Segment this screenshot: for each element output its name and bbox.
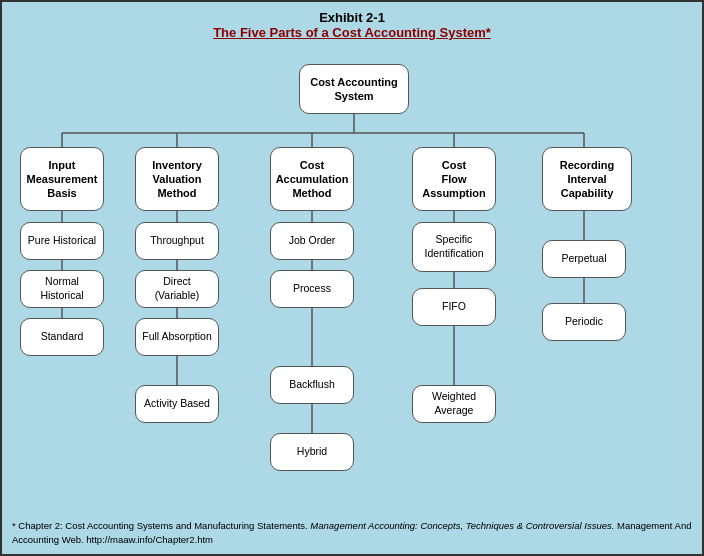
footer: * Chapter 2: Cost Accounting Systems and… — [12, 519, 692, 546]
col1-child2: Normal Historical — [20, 270, 104, 308]
col1-child2-label: Normal Historical — [27, 275, 97, 302]
root-box: Cost Accounting System — [299, 64, 409, 114]
col2-child3: Full Absorption — [135, 318, 219, 356]
col5-child2-label: Periodic — [565, 315, 603, 329]
col1-child3: Standard — [20, 318, 104, 356]
col1-child1-label: Pure Historical — [28, 234, 96, 248]
col2-header: Inventory Valuation Method — [135, 147, 219, 211]
col3-child2-label: Process — [293, 282, 331, 296]
col2-child2: Direct (Variable) — [135, 270, 219, 308]
col5-child2: Periodic — [542, 303, 626, 341]
col4-child1: Specific Identification — [412, 222, 496, 272]
col1-child1: Pure Historical — [20, 222, 104, 260]
col2-child4: Activity Based — [135, 385, 219, 423]
col3-child2: Process — [270, 270, 354, 308]
col3-child4-label: Hybrid — [297, 445, 327, 459]
exhibit-title: Exhibit 2-1 — [10, 10, 694, 25]
col1-header: Input Measurement Basis — [20, 147, 104, 211]
footer-text: * Chapter 2: Cost Accounting Systems and… — [12, 520, 691, 544]
title-area: Exhibit 2-1 The Five Parts of a Cost Acc… — [10, 10, 694, 40]
col1-child3-label: Standard — [41, 330, 84, 344]
col2-child1-label: Throughput — [150, 234, 204, 248]
page: Exhibit 2-1 The Five Parts of a Cost Acc… — [0, 0, 704, 556]
col4-child2: FIFO — [412, 288, 496, 326]
col5-header-label: Recording Interval Capability — [560, 158, 614, 201]
col2-child3-label: Full Absorption — [142, 330, 211, 344]
col5-child1-label: Perpetual — [562, 252, 607, 266]
col5-header: Recording Interval Capability — [542, 147, 632, 211]
col2-header-label: Inventory Valuation Method — [152, 158, 202, 201]
col3-child4: Hybrid — [270, 433, 354, 471]
root-label: Cost Accounting System — [306, 75, 402, 104]
col1-header-label: Input Measurement Basis — [27, 158, 98, 201]
col3-child1: Job Order — [270, 222, 354, 260]
col4-child1-label: Specific Identification — [419, 233, 489, 260]
col4-child2-label: FIFO — [442, 300, 466, 314]
col4-child3-label: Weighted Average — [419, 390, 489, 417]
col4-header-label: Cost Flow Assumption — [422, 158, 486, 201]
col3-child3-label: Backflush — [289, 378, 335, 392]
col3-child1-label: Job Order — [289, 234, 336, 248]
col4-child3: Weighted Average — [412, 385, 496, 423]
col4-header: Cost Flow Assumption — [412, 147, 496, 211]
col2-child4-label: Activity Based — [144, 397, 210, 411]
col3-header: Cost Accumulation Method — [270, 147, 354, 211]
col2-child1: Throughput — [135, 222, 219, 260]
col3-header-label: Cost Accumulation Method — [276, 158, 349, 201]
col3-child3: Backflush — [270, 366, 354, 404]
col5-child1: Perpetual — [542, 240, 626, 278]
col2-child2-label: Direct (Variable) — [142, 275, 212, 302]
exhibit-subtitle: The Five Parts of a Cost Accounting Syst… — [10, 25, 694, 40]
